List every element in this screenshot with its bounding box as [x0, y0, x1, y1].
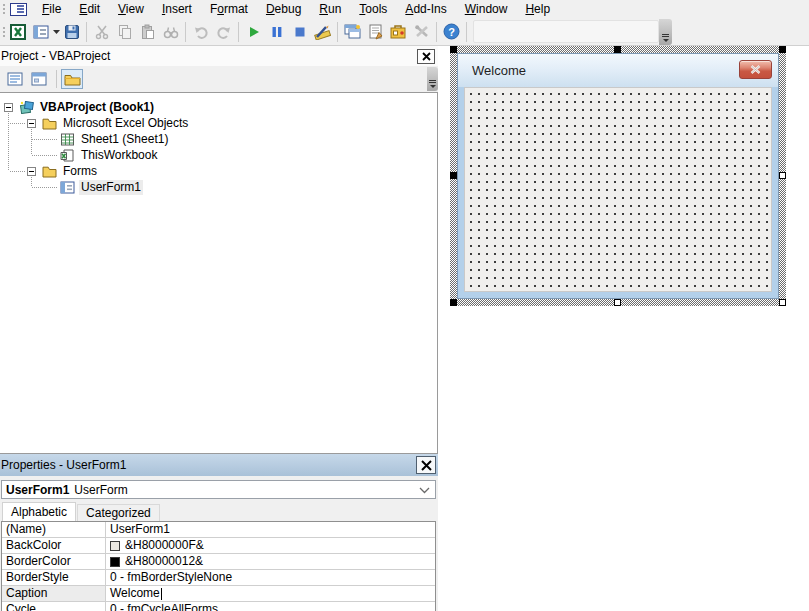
tree-item-label: VBAProject (Book1): [38, 100, 156, 115]
redo-button[interactable]: [212, 21, 235, 43]
toolbar-options-overflow[interactable]: [659, 19, 672, 45]
menu-addins[interactable]: Add-Ins: [396, 0, 455, 18]
stop-icon: [292, 24, 308, 40]
userform-close-button[interactable]: [739, 60, 772, 79]
resize-handle-bottom-center[interactable]: [614, 299, 621, 306]
toolbar-separator: [185, 22, 186, 42]
property-row-borderstyle[interactable]: BorderStyle 0 - fmBorderStyleNone: [2, 570, 435, 586]
standard-toolbar: ?: [0, 18, 809, 46]
menu-debug[interactable]: Debug: [257, 0, 310, 18]
undo-button[interactable]: [189, 21, 212, 43]
caption-value-editing[interactable]: Welcome: [110, 586, 160, 601]
insert-object-dropdown[interactable]: [52, 21, 60, 43]
resize-handle-top-center: [614, 46, 621, 53]
close-icon: [421, 460, 432, 471]
tree-item-label: Sheet1 (Sheet1): [79, 132, 170, 147]
toolbar-separator: [337, 22, 338, 42]
bordercolor-swatch: [110, 557, 120, 567]
collapse-toggle[interactable]: [4, 103, 13, 112]
excel-icon: [10, 24, 26, 40]
tab-categorized[interactable]: Categorized: [77, 504, 160, 521]
copy-button[interactable]: [113, 21, 136, 43]
menu-format[interactable]: Format: [201, 0, 257, 18]
properties-close-button[interactable]: [416, 456, 436, 474]
tab-alphabetic[interactable]: Alphabetic: [2, 502, 76, 521]
pause-icon: [269, 24, 285, 40]
view-code-button[interactable]: [4, 69, 26, 89]
property-row-backcolor[interactable]: BackColor &H8000000F&: [2, 538, 435, 554]
property-row-bordercolor[interactable]: BorderColor &H80000012&: [2, 554, 435, 570]
menu-help[interactable]: Help: [516, 0, 559, 18]
menubar-gripper[interactable]: [1, 2, 6, 16]
reset-button[interactable]: [288, 21, 311, 43]
paste-button[interactable]: [136, 21, 159, 43]
insert-userform-button[interactable]: [29, 21, 52, 43]
tree-connector: [10, 171, 26, 172]
toggle-folders-button[interactable]: [61, 69, 83, 89]
userform-grid-surface[interactable]: [464, 87, 772, 292]
save-button[interactable]: [60, 21, 83, 43]
userform-welcome[interactable]: Welcome: [457, 53, 779, 299]
menu-run[interactable]: Run: [310, 0, 350, 18]
vba-editor-window: File Edit View Insert Format Debug Run T…: [0, 0, 809, 611]
cut-button[interactable]: [90, 21, 113, 43]
tree-connector: [31, 129, 32, 155]
view-excel-button[interactable]: [6, 21, 29, 43]
vba-project-icon: [19, 101, 34, 114]
help-button[interactable]: ?: [440, 21, 463, 43]
menu-insert[interactable]: Insert: [153, 0, 201, 18]
menu-window[interactable]: Window: [456, 0, 517, 18]
project-toolbar-overflow[interactable]: [427, 67, 438, 91]
toolbox-button[interactable]: [410, 21, 433, 43]
tree-item-thisworkbook[interactable]: ThisWorkbook: [0, 147, 437, 163]
properties-window-button[interactable]: [364, 21, 387, 43]
find-button[interactable]: [159, 21, 182, 43]
collapse-toggle[interactable]: [27, 119, 36, 128]
property-row-caption[interactable]: Caption Welcome: [2, 586, 435, 602]
tree-connector: [31, 177, 32, 187]
resize-handle-mid-left: [450, 172, 457, 179]
clipboard-icon: [140, 24, 156, 40]
tree-item-label: Forms: [61, 164, 99, 179]
tree-item-userform1[interactable]: UserForm1: [0, 179, 437, 195]
tree-item-vbaproject[interactable]: VBAProject (Book1): [0, 99, 437, 115]
tree-item-label: ThisWorkbook: [79, 148, 159, 163]
userform-icon: [60, 181, 75, 194]
project-close-button[interactable]: [417, 49, 435, 64]
floppy-disk-icon: [64, 24, 80, 40]
tree-item-sheet1[interactable]: Sheet1 (Sheet1): [0, 131, 437, 147]
run-play-icon: [246, 24, 262, 40]
tree-item-forms[interactable]: Forms: [0, 163, 437, 179]
object-selector-combobox[interactable]: UserForm1 UserForm: [1, 480, 436, 499]
property-value: 0 - fmBorderStyleNone: [110, 570, 232, 585]
tree-connector: [32, 155, 58, 156]
properties-panel-title: Properties - UserForm1: [1, 458, 416, 472]
view-object-button[interactable]: [28, 69, 50, 89]
userform-caption: Welcome: [472, 54, 526, 87]
run-button[interactable]: [242, 21, 265, 43]
menu-tools[interactable]: Tools: [350, 0, 396, 18]
resize-handle-bottom-right[interactable]: [779, 299, 786, 306]
property-row-cycle[interactable]: Cycle 0 - fmCycleAllForms: [2, 602, 435, 611]
userform-window-icon[interactable]: [10, 3, 27, 16]
tree-connector: [8, 113, 9, 171]
design-mode-button[interactable]: [311, 21, 334, 43]
folder-icon: [42, 117, 57, 130]
userform-designer: Welcome: [450, 46, 786, 306]
view-object-icon: [31, 72, 47, 86]
userform-titlebar[interactable]: Welcome: [458, 54, 778, 87]
project-explorer-button[interactable]: [341, 21, 364, 43]
resize-handle-mid-right[interactable]: [779, 172, 786, 179]
menu-file[interactable]: File: [33, 0, 70, 18]
menu-edit[interactable]: Edit: [70, 0, 109, 18]
menu-view[interactable]: View: [109, 0, 153, 18]
toolbar-separator: [466, 22, 467, 42]
break-button[interactable]: [265, 21, 288, 43]
collapse-toggle[interactable]: [27, 167, 36, 176]
property-row-name[interactable]: (Name) UserForm1: [2, 522, 435, 538]
redo-arrow-icon: [216, 24, 232, 40]
object-browser-button[interactable]: [387, 21, 410, 43]
tree-item-excel-objects[interactable]: Microsoft Excel Objects: [0, 115, 437, 131]
property-value: UserForm1: [110, 522, 170, 537]
tree-item-label: Microsoft Excel Objects: [61, 116, 190, 131]
